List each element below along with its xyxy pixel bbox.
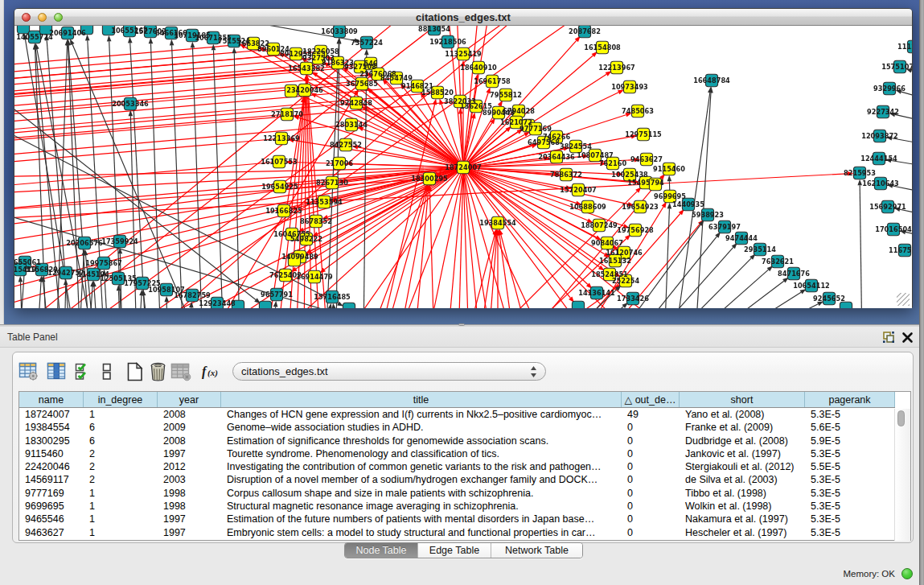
graph-edge-black[interactable] xyxy=(272,307,276,308)
float-panel-icon[interactable] xyxy=(882,331,895,347)
graph-edge-black[interactable] xyxy=(188,307,191,308)
table-panel-title: Table Panel xyxy=(7,332,58,343)
table-row[interactable]: 1830029562008Estimation of significance … xyxy=(19,435,895,448)
graph-edge-black[interactable] xyxy=(664,208,669,308)
graph-edge-black[interactable] xyxy=(144,295,150,308)
graph-edge-red[interactable] xyxy=(367,109,463,167)
graph-edge-black[interactable] xyxy=(64,285,66,308)
node-label: 9245652 xyxy=(813,295,845,303)
window-resize-grip[interactable] xyxy=(897,293,910,306)
panel-splitter-grip[interactable] xyxy=(458,323,465,326)
column-select-button[interactable] xyxy=(47,361,67,385)
edge-arrowhead-icon xyxy=(170,39,175,46)
graph-edge-black[interactable] xyxy=(94,286,98,308)
column-header-pagerank[interactable]: pagerank xyxy=(805,392,895,407)
edge-arrowhead-icon xyxy=(273,301,278,307)
app-right-scrollbar[interactable] xyxy=(919,0,924,585)
column-header-out_de[interactable]: △ out_de… xyxy=(622,392,680,407)
network-view-canvas[interactable]: 1405572420691406106552671527602646616010… xyxy=(14,26,912,308)
new-column-button[interactable] xyxy=(125,361,145,385)
table-row[interactable]: 1872400712008Changes of HCN gene express… xyxy=(19,409,895,422)
graph-edge-black[interactable] xyxy=(172,45,183,308)
graph-edge-black[interactable] xyxy=(663,258,751,308)
graph-edge-black[interactable] xyxy=(645,247,733,308)
node-label: 17359924 xyxy=(101,237,138,245)
table-cell: 1998 xyxy=(158,501,221,513)
graph-edge-red[interactable] xyxy=(488,235,497,308)
status-bar: Memory: OK xyxy=(843,568,913,579)
column-header-short[interactable]: short xyxy=(680,392,805,407)
graph-edge-black[interactable] xyxy=(138,295,142,308)
graph-edge-black[interactable] xyxy=(901,92,912,101)
node-label: 12975115 xyxy=(625,130,662,138)
table-cell: 2 xyxy=(84,461,158,474)
column-header-in_degree[interactable]: in_degree xyxy=(84,392,158,407)
tab-network-table[interactable]: Network Table xyxy=(491,543,582,558)
network-table-select[interactable]: citations_edges.txt xyxy=(232,362,546,381)
graph-edge-red[interactable] xyxy=(499,235,515,308)
graph-edge-red[interactable] xyxy=(363,130,463,168)
table-row[interactable]: 946362711997Embryonic stem cells: a mode… xyxy=(19,527,895,540)
tab-node-table[interactable]: Node Table xyxy=(345,543,418,558)
table-row[interactable]: 911546021997Tourette syndrome. Phenomeno… xyxy=(19,448,895,461)
table-cell: 5.9E-5 xyxy=(805,435,895,448)
node-label: 8813054 xyxy=(418,26,450,33)
edge-arrowhead-icon xyxy=(64,279,68,286)
node-label: 546 xyxy=(363,60,377,68)
graph-edge-black[interactable] xyxy=(14,208,454,308)
graph-node[interactable] xyxy=(840,302,852,308)
network-window-titlebar[interactable]: citations_edges.txt xyxy=(14,9,912,26)
graph-edge-black[interactable] xyxy=(193,47,203,308)
graph-edge-red[interactable] xyxy=(299,117,463,167)
table-row[interactable]: 977716911998Corpus callosum shape and si… xyxy=(19,488,895,501)
node-table: namein_degreeyeartitle△ out_de…shortpage… xyxy=(18,391,911,541)
table-row[interactable]: 1456911722003Disruption of a novel membe… xyxy=(19,474,895,487)
table-row[interactable]: 969969511998Structural magnetic resonanc… xyxy=(19,501,895,513)
table-vertical-scrollbar[interactable] xyxy=(894,409,910,541)
graph-edge-black[interactable] xyxy=(733,304,818,308)
node-label: 1588520 xyxy=(421,89,454,97)
table-row[interactable]: 2242004622012Investigating the contribut… xyxy=(19,461,895,474)
table-cell: 2 xyxy=(84,448,158,461)
column-header-name[interactable]: name xyxy=(19,392,84,407)
memory-status-icon[interactable] xyxy=(901,568,913,579)
table-cell: 22420046 xyxy=(19,461,84,474)
graph-edge-black[interactable] xyxy=(912,71,913,78)
delete-column-button[interactable] xyxy=(148,361,168,385)
row-select-button[interactable] xyxy=(74,361,94,385)
node-label: 16648784 xyxy=(693,76,730,84)
column-header-year[interactable]: year xyxy=(158,392,221,407)
edge-arrowhead-icon xyxy=(331,303,336,308)
checkbox-pair-button[interactable] xyxy=(101,361,113,385)
node-label: 2087682 xyxy=(569,27,601,35)
node-label: 12213967 xyxy=(598,64,635,72)
table-cell: 18724007 xyxy=(19,409,84,422)
graph-node[interactable] xyxy=(343,303,355,308)
table-scrollbar-thumb[interactable] xyxy=(897,410,905,426)
graph-edge-red[interactable] xyxy=(14,43,253,68)
close-panel-icon[interactable] xyxy=(901,331,914,347)
table-mode-button[interactable] xyxy=(18,361,39,385)
table-cell: Tibbo et al. (1998) xyxy=(680,488,805,501)
node-label: 9242848 xyxy=(340,99,372,107)
graph-node[interactable] xyxy=(572,301,584,308)
table-cell: de Silva et al. (2003) xyxy=(680,474,805,487)
graph-edge-black[interactable] xyxy=(860,185,862,308)
table-cell: 9465546 xyxy=(19,513,84,526)
graph-node[interactable] xyxy=(259,301,271,308)
graph-edge-red[interactable] xyxy=(14,26,450,308)
table-row[interactable]: 1938455462009Genome–wide association stu… xyxy=(19,422,895,435)
node-label: 12093872 xyxy=(861,132,898,140)
graph-edge-red[interactable] xyxy=(501,235,531,308)
table-row[interactable]: 946554611997Estimation of the future num… xyxy=(19,513,895,526)
table-tabs: Node TableEdge TableNetwork Table xyxy=(344,542,583,558)
table-cell: Changes of HCN gene expression and I(f) … xyxy=(221,409,622,422)
function-builder-button[interactable]: f (x) xyxy=(201,364,225,383)
node-label: 1733426 xyxy=(617,295,649,303)
tab-edge-table[interactable]: Edge Table xyxy=(418,543,491,558)
network-window[interactable]: citations_edges.txt 14055724206914061065… xyxy=(14,8,913,308)
graph-edge-black[interactable] xyxy=(151,43,162,308)
column-header-title[interactable]: title xyxy=(221,392,622,407)
node-label: 9474444 xyxy=(725,234,758,242)
graph-edge-red[interactable] xyxy=(463,167,469,308)
